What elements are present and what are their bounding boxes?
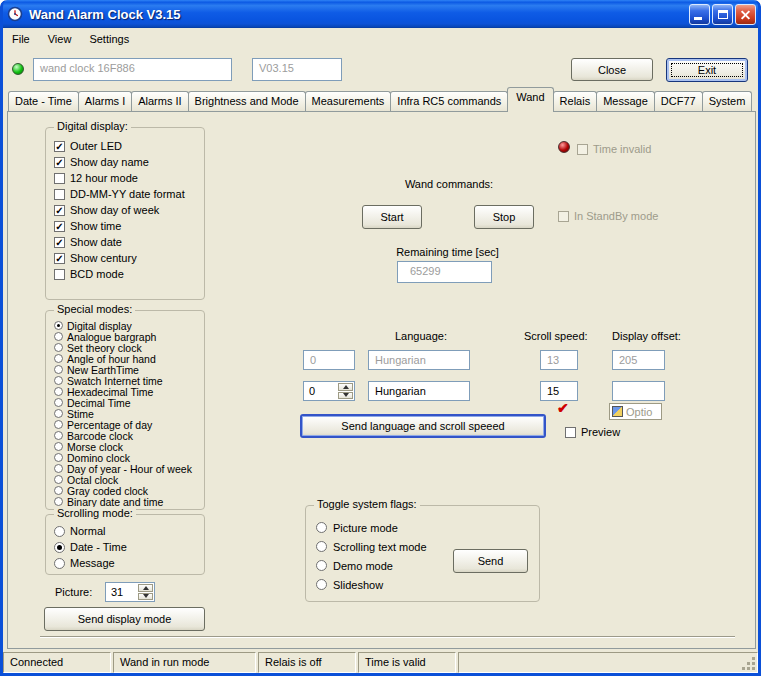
language-field-new[interactable]: Hungarian bbox=[368, 381, 470, 401]
radio-new-earthtime[interactable]: New EarthTime bbox=[46, 364, 204, 375]
radio-decimal-time[interactable]: Decimal Time bbox=[46, 397, 204, 408]
radio-button[interactable] bbox=[54, 431, 63, 440]
tab-brightness-and-mode[interactable]: Brightness and Mode bbox=[188, 91, 306, 111]
tab-infra-rc5-commands[interactable]: Infra RC5 commands bbox=[390, 91, 508, 111]
radio-stime[interactable]: Stime bbox=[46, 408, 204, 419]
radio-gray-coded-clock[interactable]: Gray coded clock bbox=[46, 485, 204, 496]
checkbox-box[interactable]: ✓ bbox=[54, 221, 65, 232]
menu-item-file[interactable]: File bbox=[3, 30, 39, 48]
radio-button[interactable] bbox=[54, 475, 63, 484]
title-bar[interactable]: Wand Alarm Clock V3.15 bbox=[0, 0, 761, 28]
radio-button[interactable] bbox=[54, 398, 63, 407]
checkbox-show-century[interactable]: ✓Show century bbox=[46, 250, 204, 266]
radio-hexadecimal-time[interactable]: Hexadecimal Time bbox=[46, 386, 204, 397]
radio-button[interactable] bbox=[54, 526, 65, 537]
radio-button[interactable] bbox=[54, 321, 63, 330]
maximize-button[interactable] bbox=[712, 4, 733, 25]
radio-button[interactable] bbox=[316, 560, 327, 571]
spinner-down-button[interactable] bbox=[338, 392, 353, 400]
radio-button[interactable] bbox=[54, 376, 63, 385]
tab-wand[interactable]: Wand bbox=[507, 87, 553, 112]
menu-item-settings[interactable]: Settings bbox=[80, 30, 138, 48]
device-name-input[interactable]: wand clock 16F886 bbox=[33, 58, 232, 81]
radio-button[interactable] bbox=[54, 354, 63, 363]
checkbox-dd-mm-yy-date-format[interactable]: DD-MM-YY date format bbox=[46, 186, 204, 202]
checkbox-12-hour-mode[interactable]: 12 hour mode bbox=[46, 170, 204, 186]
radio-button[interactable] bbox=[54, 420, 63, 429]
checkbox-show-day-of-week[interactable]: ✓Show day of week bbox=[46, 202, 204, 218]
radio-barcode-clock[interactable]: Barcode clock bbox=[46, 430, 204, 441]
language-index-value[interactable]: 0 bbox=[309, 385, 315, 397]
checkbox-box[interactable] bbox=[565, 427, 576, 438]
radio-button[interactable] bbox=[54, 497, 63, 506]
send-display-mode-button[interactable]: Send display mode bbox=[44, 607, 205, 631]
radio-button[interactable] bbox=[54, 365, 63, 374]
radio-set-theory-clock[interactable]: Set theory clock bbox=[46, 342, 204, 353]
tab-system[interactable]: System bbox=[702, 91, 753, 111]
radio-day-of-year-hour-of-week[interactable]: Day of year - Hour of week bbox=[46, 463, 204, 474]
minimize-button[interactable] bbox=[689, 4, 710, 25]
checkbox-show-time[interactable]: ✓Show time bbox=[46, 218, 204, 234]
checkbox-outer-led[interactable]: ✓Outer LED bbox=[46, 138, 204, 154]
checkbox-box[interactable]: ✓ bbox=[54, 237, 65, 248]
radio-swatch-internet-time[interactable]: Swatch Internet time bbox=[46, 375, 204, 386]
radio-slideshow[interactable]: Slideshow bbox=[306, 575, 539, 594]
radio-button[interactable] bbox=[54, 442, 63, 451]
radio-button[interactable] bbox=[316, 522, 327, 533]
window-close-button[interactable] bbox=[735, 4, 756, 25]
radio-button[interactable] bbox=[54, 558, 65, 569]
radio-domino-clock[interactable]: Domino clock bbox=[46, 452, 204, 463]
radio-button[interactable] bbox=[54, 409, 63, 418]
tab-dcf77[interactable]: DCF77 bbox=[654, 91, 703, 111]
checkbox-show-day-name[interactable]: ✓Show day name bbox=[46, 154, 204, 170]
tab-alarms-ii[interactable]: Alarms II bbox=[131, 91, 188, 111]
radio-analogue-bargraph[interactable]: Analogue bargraph bbox=[46, 331, 204, 342]
checkbox-box[interactable] bbox=[54, 189, 65, 200]
send-language-button[interactable]: Send language and scroll speeed bbox=[300, 414, 546, 438]
checkbox-box[interactable]: ✓ bbox=[54, 253, 65, 264]
radio-angle-of-hour-hand[interactable]: Angle of hour hand bbox=[46, 353, 204, 364]
checkbox-bcd-mode[interactable]: BCD mode bbox=[46, 266, 204, 282]
radio-button[interactable] bbox=[54, 387, 63, 396]
tab-alarms-i[interactable]: Alarms I bbox=[78, 91, 132, 111]
checkbox-box[interactable]: ✓ bbox=[54, 205, 65, 216]
start-button[interactable]: Start bbox=[362, 205, 422, 229]
spinner-up-button[interactable] bbox=[338, 383, 353, 391]
tab-message[interactable]: Message bbox=[596, 91, 655, 111]
radio-digital-display[interactable]: Digital display bbox=[46, 320, 204, 331]
display-offset-field-new[interactable] bbox=[612, 381, 665, 401]
radio-picture-mode[interactable]: Picture mode bbox=[306, 518, 539, 537]
preview-checkbox[interactable]: Preview bbox=[565, 424, 620, 440]
radio-button[interactable] bbox=[54, 486, 63, 495]
radio-date-time[interactable]: Date - Time bbox=[46, 539, 204, 555]
tab-relais[interactable]: Relais bbox=[553, 91, 598, 111]
resize-grip[interactable] bbox=[752, 667, 755, 670]
radio-button[interactable] bbox=[54, 453, 63, 462]
radio-normal[interactable]: Normal bbox=[46, 523, 204, 539]
radio-octal-clock[interactable]: Octal clock bbox=[46, 474, 204, 485]
tab-measurements[interactable]: Measurements bbox=[305, 91, 392, 111]
spinner-up-button[interactable] bbox=[138, 584, 153, 592]
tab-date-time[interactable]: Date - Time bbox=[8, 91, 79, 111]
close-button[interactable]: Close bbox=[571, 58, 653, 81]
checkbox-show-date[interactable]: ✓Show date bbox=[46, 234, 204, 250]
menu-item-view[interactable]: View bbox=[39, 30, 81, 48]
scroll-speed-field-new[interactable]: 15 bbox=[540, 381, 578, 401]
radio-message[interactable]: Message bbox=[46, 555, 204, 571]
stop-button[interactable]: Stop bbox=[474, 205, 534, 229]
radio-button[interactable] bbox=[54, 464, 63, 473]
radio-binary-date-and-time[interactable]: Binary date and time bbox=[46, 496, 204, 507]
picture-value[interactable]: 31 bbox=[111, 586, 123, 598]
radio-button[interactable] bbox=[316, 541, 327, 552]
radio-button[interactable] bbox=[54, 332, 63, 341]
flags-send-button[interactable]: Send bbox=[453, 549, 528, 573]
spinner-down-button[interactable] bbox=[138, 593, 153, 601]
language-index-spinner[interactable]: 0 bbox=[303, 381, 355, 401]
radio-button[interactable] bbox=[54, 542, 65, 553]
radio-percentage-of-day[interactable]: Percentage of day bbox=[46, 419, 204, 430]
checkbox-box[interactable]: ✓ bbox=[54, 157, 65, 168]
checkbox-box[interactable] bbox=[54, 269, 65, 280]
picture-spinner[interactable]: 31 bbox=[105, 582, 155, 602]
version-input[interactable]: V03.15 bbox=[252, 58, 342, 81]
checkbox-box[interactable]: ✓ bbox=[54, 141, 65, 152]
